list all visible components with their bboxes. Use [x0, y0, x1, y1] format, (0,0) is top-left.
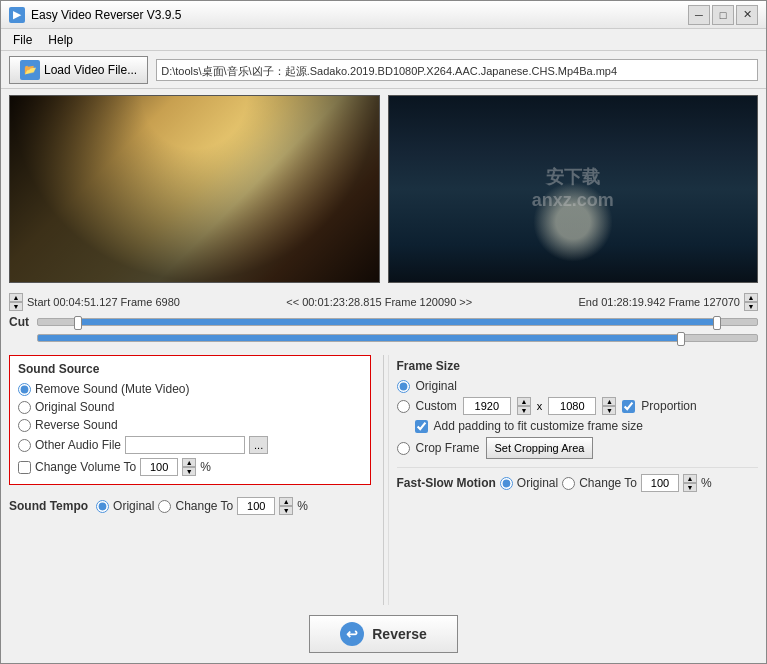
- motion-spinner[interactable]: ▲ ▼: [683, 474, 697, 492]
- video-panel-left: [9, 95, 380, 283]
- tempo-change-radio[interactable]: [158, 500, 171, 513]
- set-cropping-button[interactable]: Set Cropping Area: [486, 437, 594, 459]
- end-up-button[interactable]: ▲: [744, 293, 758, 302]
- height-spinner[interactable]: ▲ ▼: [602, 397, 616, 415]
- width-down-button[interactable]: ▼: [517, 406, 531, 415]
- start-up-button[interactable]: ▲: [9, 293, 23, 302]
- load-video-button[interactable]: 📂 Load Video File...: [9, 56, 148, 84]
- motion-value-input[interactable]: [641, 474, 679, 492]
- tempo-up-button[interactable]: ▲: [279, 497, 293, 506]
- volume-spinner[interactable]: ▲ ▼: [182, 458, 196, 476]
- reverse-icon: ↩: [340, 622, 364, 646]
- x-separator: x: [537, 400, 543, 412]
- frame-original-radio[interactable]: [397, 380, 410, 393]
- sound-original-label: Original Sound: [35, 400, 114, 414]
- height-up-button[interactable]: ▲: [602, 397, 616, 406]
- sound-other-radio[interactable]: [18, 439, 31, 452]
- height-down-button[interactable]: ▼: [602, 406, 616, 415]
- other-audio-input[interactable]: [125, 436, 245, 454]
- load-icon: 📂: [20, 60, 40, 80]
- end-down-button[interactable]: ▼: [744, 302, 758, 311]
- volume-unit: %: [200, 460, 211, 474]
- tempo-original-label: Original: [113, 499, 154, 513]
- end-frame: 127070: [703, 296, 740, 308]
- tempo-down-button[interactable]: ▼: [279, 506, 293, 515]
- reverse-button[interactable]: ↩ Reverse: [309, 615, 458, 653]
- options-left: Sound Source Remove Sound (Mute Video) O…: [9, 355, 379, 605]
- fast-slow-title: Fast-Slow Motion: [397, 476, 496, 490]
- sound-remove-row: Remove Sound (Mute Video): [18, 382, 362, 396]
- volume-input[interactable]: [140, 458, 178, 476]
- motion-unit: %: [701, 476, 712, 490]
- tempo-change-label: Change To: [175, 499, 233, 513]
- frame-height-input[interactable]: [548, 397, 596, 415]
- motion-up-button[interactable]: ▲: [683, 474, 697, 483]
- options-right: Frame Size Original Custom ▲ ▼ x: [388, 355, 759, 605]
- sound-reverse-label: Reverse Sound: [35, 418, 118, 432]
- sound-remove-radio[interactable]: [18, 383, 31, 396]
- sound-tempo-section: Sound Tempo Original Change To ▲ ▼ %: [9, 491, 371, 521]
- scroll-thumb[interactable]: [677, 332, 685, 346]
- reverse-button-area: ↩ Reverse: [1, 607, 766, 663]
- tempo-value-input[interactable]: [237, 497, 275, 515]
- start-down-button[interactable]: ▼: [9, 302, 23, 311]
- width-spinner[interactable]: ▲ ▼: [517, 397, 531, 415]
- window-title: Easy Video Reverser V3.9.5: [31, 8, 688, 22]
- padding-label: Add padding to fit customize frame size: [434, 419, 643, 433]
- frame-original-row: Original: [397, 379, 759, 393]
- volume-checkbox[interactable]: [18, 461, 31, 474]
- file-path-display: D:\tools\桌面\音乐\凶子：起源.Sadako.2019.BD1080P…: [156, 59, 758, 81]
- sound-other-label: Other Audio File: [35, 438, 121, 452]
- motion-original-radio[interactable]: [500, 477, 513, 490]
- frame-width-input[interactable]: [463, 397, 511, 415]
- crop-row: Crop Frame Set Cropping Area: [397, 437, 759, 459]
- sound-reverse-radio[interactable]: [18, 419, 31, 432]
- cut-slider-fill: [74, 319, 721, 325]
- end-label: End 01:28:19.942 Frame 127070: [579, 296, 741, 308]
- motion-down-button[interactable]: ▼: [683, 483, 697, 492]
- frame-custom-row: Custom ▲ ▼ x ▲ ▼ Proportion: [397, 397, 759, 415]
- crop-frame-label: Crop Frame: [416, 441, 480, 455]
- video-preview-left: [10, 96, 379, 282]
- volume-up-button[interactable]: ▲: [182, 458, 196, 467]
- motion-change-radio[interactable]: [562, 477, 575, 490]
- frame-original-label: Original: [416, 379, 457, 393]
- title-bar-buttons: ─ □ ✕: [688, 5, 758, 25]
- motion-original-label: Original: [517, 476, 558, 490]
- proportion-checkbox[interactable]: [622, 400, 635, 413]
- menu-help[interactable]: Help: [40, 31, 81, 49]
- frame-size-section: Frame Size Original Custom ▲ ▼ x: [397, 355, 759, 467]
- scroll-slider[interactable]: [37, 334, 758, 342]
- start-label: Start 00:04:51.127 Frame 6980: [27, 296, 180, 308]
- end-spinner[interactable]: ▲ ▼: [744, 293, 758, 311]
- proportion-label: Proportion: [641, 399, 696, 413]
- padding-row: Add padding to fit customize frame size: [415, 419, 759, 433]
- start-time: 00:04:51.127: [53, 296, 117, 308]
- sound-remove-label: Remove Sound (Mute Video): [35, 382, 190, 396]
- cut-slider[interactable]: [37, 318, 758, 326]
- options-divider: [383, 355, 384, 605]
- sound-original-radio[interactable]: [18, 401, 31, 414]
- cut-thumb-right[interactable]: [713, 316, 721, 330]
- volume-down-button[interactable]: ▼: [182, 467, 196, 476]
- menu-bar: File Help: [1, 29, 766, 51]
- browse-audio-button[interactable]: ...: [249, 436, 268, 454]
- load-button-label: Load Video File...: [44, 63, 137, 77]
- start-spinner[interactable]: ▲ ▼: [9, 293, 23, 311]
- close-button[interactable]: ✕: [736, 5, 758, 25]
- volume-label: Change Volume To: [35, 460, 136, 474]
- minimize-button[interactable]: ─: [688, 5, 710, 25]
- video-panel-right: 安下载 anxz.com: [388, 95, 759, 283]
- sound-source-title: Sound Source: [18, 362, 362, 376]
- frame-custom-radio[interactable]: [397, 400, 410, 413]
- width-up-button[interactable]: ▲: [517, 397, 531, 406]
- cut-thumb-left[interactable]: [74, 316, 82, 330]
- menu-file[interactable]: File: [5, 31, 40, 49]
- cut-row: Cut: [9, 315, 758, 329]
- padding-checkbox[interactable]: [415, 420, 428, 433]
- tempo-spinner[interactable]: ▲ ▼: [279, 497, 293, 515]
- sound-reverse-row: Reverse Sound: [18, 418, 362, 432]
- maximize-button[interactable]: □: [712, 5, 734, 25]
- crop-frame-radio[interactable]: [397, 442, 410, 455]
- tempo-original-radio[interactable]: [96, 500, 109, 513]
